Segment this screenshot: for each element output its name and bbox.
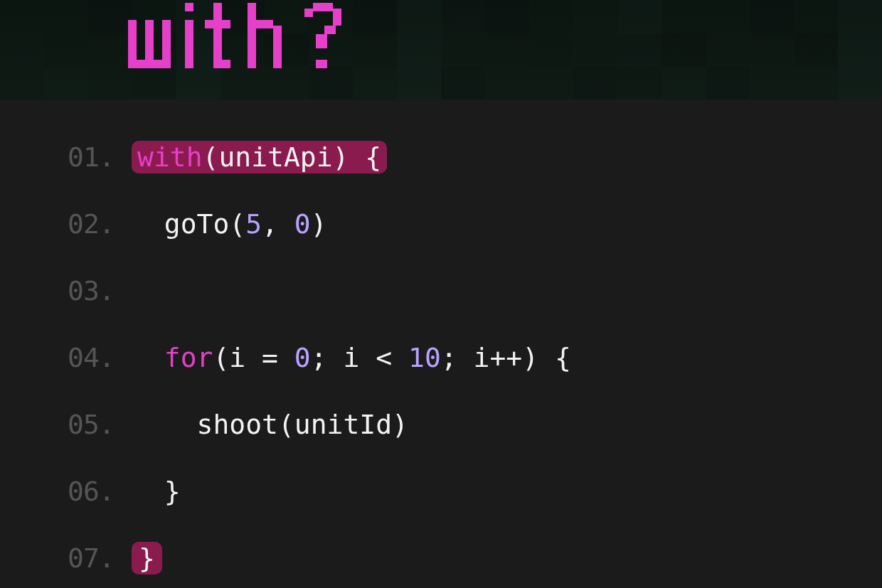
title-glyphs [128, 3, 398, 81]
token-ident: shoot [197, 409, 278, 440]
token-punct: , [262, 208, 294, 240]
svg-rect-2 [162, 20, 171, 60]
svg-rect-4 [185, 3, 193, 11]
highlight: } [132, 542, 162, 574]
svg-rect-15 [324, 26, 336, 34]
line-number: 04. [68, 344, 132, 371]
line-number: 03. [68, 277, 132, 304]
slide-header [0, 0, 882, 100]
code-line: 01.with(unitApi) { [68, 124, 882, 191]
token-punct: } [139, 542, 155, 574]
token-punct: ( [278, 409, 294, 440]
code-line: 07.} [68, 525, 882, 588]
token-kw: with [137, 141, 203, 173]
token-ident: goTo [164, 208, 230, 240]
svg-rect-7 [205, 20, 230, 28]
line-number: 06. [68, 478, 132, 505]
svg-rect-5 [185, 20, 193, 68]
line-number: 07. [68, 545, 132, 572]
highlight: with(unitApi) { [132, 141, 387, 173]
token-punct: < [359, 342, 408, 373]
svg-rect-10 [256, 20, 273, 28]
code-content: with(unitApi) { [132, 141, 387, 173]
svg-rect-1 [145, 20, 154, 60]
token-ident: i [474, 342, 490, 373]
code-line: 04. for(i = 0; i < 10; i++) { [68, 324, 882, 391]
code-line: 06. } [68, 458, 882, 525]
token-punct: ( [203, 141, 219, 173]
svg-rect-16 [316, 34, 327, 48]
token-numlit: 0 [294, 208, 311, 240]
token-ident: i [343, 342, 359, 373]
token-punct: = [245, 342, 294, 373]
token-punct: } [164, 476, 181, 507]
token-punct: ) { [333, 141, 382, 173]
token-punct: ++) { [489, 342, 570, 373]
token-ident: i [229, 342, 245, 373]
code-line: 03. [68, 257, 882, 324]
token-numlit: 10 [408, 342, 441, 373]
token-ident: unitApi [218, 141, 332, 173]
svg-rect-0 [128, 20, 137, 60]
svg-rect-8 [222, 60, 230, 68]
token-punct: ) [392, 409, 408, 440]
token-numlit: 0 [294, 342, 311, 373]
svg-rect-17 [316, 60, 327, 68]
code-content: for(i = 0; i < 10; i++) { [132, 344, 571, 371]
code-line: 02. goTo(5, 0) [68, 191, 882, 257]
token-punct: ) [311, 208, 327, 240]
code-block: 01.with(unitApi) {02. goTo(5, 0)03.04. f… [0, 100, 882, 588]
svg-rect-11 [273, 26, 282, 68]
token-kw: for [164, 342, 213, 373]
line-number: 05. [68, 411, 132, 438]
code-content: shoot(unitId) [132, 411, 408, 438]
svg-rect-3 [128, 60, 171, 68]
code-line: 05. shoot(unitId) [68, 391, 882, 458]
svg-rect-14 [333, 9, 341, 26]
slide-title [128, 3, 398, 81]
svg-rect-6 [213, 3, 222, 68]
svg-rect-13 [313, 3, 333, 11]
token-numlit: 5 [245, 208, 262, 240]
code-content: goTo(5, 0) [132, 210, 327, 237]
token-punct: ( [213, 342, 229, 373]
line-number: 02. [68, 210, 132, 237]
svg-rect-12 [304, 9, 313, 17]
svg-rect-9 [248, 3, 256, 68]
token-punct: ; [311, 342, 344, 373]
line-number: 01. [68, 144, 132, 171]
token-punct: ; [441, 342, 474, 373]
token-ident: unitId [294, 409, 392, 440]
token-punct: ( [229, 208, 245, 240]
code-content: } [132, 478, 181, 505]
code-content: } [132, 542, 162, 574]
